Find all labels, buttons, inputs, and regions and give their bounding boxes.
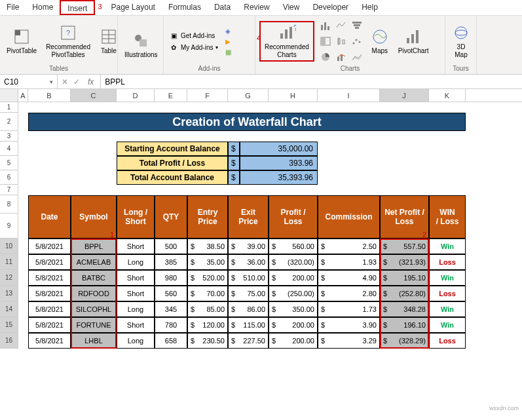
cell-pl[interactable]: $560.00: [269, 239, 318, 254]
tab-help[interactable]: Help: [355, 0, 384, 15]
cell-longshort[interactable]: Long: [117, 333, 155, 349]
cell-longshort[interactable]: Short: [117, 317, 155, 333]
cell-winloss[interactable]: Loss: [429, 286, 466, 301]
cell-symbol[interactable]: RDFOOD: [71, 286, 117, 301]
cell-date[interactable]: 5/8/2021: [28, 317, 71, 333]
cell-qty[interactable]: 658: [155, 333, 187, 349]
formula-input[interactable]: BPPL: [101, 75, 522, 88]
hierarchy-chart-button[interactable]: [318, 34, 333, 48]
cell-exit[interactable]: $115.00: [228, 317, 269, 333]
cell-qty[interactable]: 345: [155, 301, 187, 317]
row-header-16[interactable]: 16: [0, 333, 18, 349]
cell-date[interactable]: 5/8/2021: [28, 286, 71, 301]
cell-commission[interactable]: $1.93: [318, 254, 380, 270]
cell-longshort[interactable]: Long: [117, 301, 155, 317]
tab-file[interactable]: File: [0, 0, 26, 15]
column-chart-button[interactable]: [318, 18, 333, 33]
tab-page-layout[interactable]: Page Layout: [105, 0, 162, 15]
combo-chart-button[interactable]: [334, 50, 348, 64]
cell-winloss[interactable]: Win: [429, 239, 466, 254]
cell-exit[interactable]: $227.50: [228, 333, 269, 349]
cell-winloss[interactable]: Win: [429, 317, 466, 333]
row-header-14[interactable]: 14: [0, 301, 18, 317]
col-header-j[interactable]: J: [380, 89, 429, 102]
row-header-12[interactable]: 12: [0, 270, 18, 286]
cell-net[interactable]: $348.28: [380, 301, 429, 317]
cell-exit[interactable]: $86.00: [228, 301, 269, 317]
visio-icon[interactable]: ◈: [223, 26, 233, 35]
col-header-a[interactable]: A: [18, 89, 28, 102]
cell-winloss[interactable]: Loss: [429, 333, 466, 349]
cell-pl[interactable]: $200.00: [269, 270, 318, 286]
enter-icon[interactable]: ✓: [73, 77, 80, 86]
cell-date[interactable]: 5/8/2021: [28, 239, 71, 254]
col-header-d[interactable]: D: [117, 89, 155, 102]
people-icon[interactable]: ▦: [223, 47, 233, 56]
cell-net[interactable]: $557.50: [380, 239, 429, 254]
cell-symbol[interactable]: FORTUNE: [71, 317, 117, 333]
row-header-9[interactable]: 9: [0, 214, 18, 239]
cell-winloss[interactable]: Loss: [429, 254, 466, 270]
pivotchart-button[interactable]: PivotChart: [396, 26, 432, 56]
row-header-6[interactable]: 6: [0, 170, 18, 185]
cell-pl[interactable]: $(320.00): [269, 254, 318, 270]
col-header-f[interactable]: F: [187, 89, 228, 102]
cell-commission[interactable]: $4.90: [318, 270, 380, 286]
cell-commission[interactable]: $2.50: [318, 239, 380, 254]
cell-net[interactable]: $(252.80): [380, 286, 429, 301]
get-addins-button[interactable]: ▣Get Add-ins: [168, 30, 219, 41]
cell-date[interactable]: 5/8/2021: [28, 254, 71, 270]
row-header-4[interactable]: 4: [0, 142, 18, 156]
tab-view[interactable]: View: [276, 0, 307, 15]
cell-longshort[interactable]: Short: [117, 286, 155, 301]
scatter-chart-button[interactable]: [350, 34, 364, 48]
cell-longshort[interactable]: Short: [117, 239, 155, 254]
cell-qty[interactable]: 780: [155, 317, 187, 333]
cell-net[interactable]: $(328.29): [380, 333, 429, 349]
row-header-5[interactable]: 5: [0, 156, 18, 170]
row-header-7[interactable]: 7: [0, 185, 18, 195]
row-header-10[interactable]: 10: [0, 239, 18, 254]
cell-entry[interactable]: $520.00: [187, 270, 228, 286]
cell-pl[interactable]: $(250.00): [269, 286, 318, 301]
cell-commission[interactable]: $3.90: [318, 317, 380, 333]
pie-chart-button[interactable]: [318, 50, 333, 64]
cell-date[interactable]: 5/8/2021: [28, 333, 71, 349]
cell-entry[interactable]: $70.00: [187, 286, 228, 301]
bing-icon[interactable]: ▶: [223, 37, 233, 46]
cell-commission[interactable]: $1.73: [318, 301, 380, 317]
cell-qty[interactable]: 560: [155, 286, 187, 301]
cell-net[interactable]: $195.10: [380, 270, 429, 286]
cell-longshort[interactable]: Long: [117, 254, 155, 270]
cell-winloss[interactable]: Win: [429, 270, 466, 286]
recommended-charts-button[interactable]: ? Recommended Charts: [259, 21, 314, 62]
row-header-11[interactable]: 11: [0, 254, 18, 270]
row-header-3[interactable]: 3: [0, 131, 18, 142]
tab-review[interactable]: Review: [237, 0, 276, 15]
col-header-i[interactable]: I: [318, 89, 380, 102]
maps-button[interactable]: Maps: [368, 26, 392, 56]
recommended-pivottables-button[interactable]: ? Recommended PivotTables: [43, 22, 93, 60]
cell-date[interactable]: 5/8/2021: [28, 301, 71, 317]
cell-symbol[interactable]: ACMELAB: [71, 254, 117, 270]
surface-chart-button[interactable]: [350, 50, 364, 64]
cell-net[interactable]: $196.10: [380, 317, 429, 333]
3d-map-button[interactable]: 3D Map: [449, 22, 473, 60]
cancel-icon[interactable]: ✕: [62, 77, 68, 86]
col-header-k[interactable]: K: [429, 89, 466, 102]
cell-entry[interactable]: $35.00: [187, 254, 228, 270]
col-header-c[interactable]: C: [71, 89, 117, 102]
row-header-2[interactable]: 2: [0, 113, 18, 131]
funnel-chart-button[interactable]: [350, 18, 364, 33]
cell-commission[interactable]: $2.80: [318, 286, 380, 301]
my-addins-button[interactable]: ✿My Add-ins ▾: [168, 42, 219, 52]
cell-entry[interactable]: $38.50: [187, 239, 228, 254]
cell-exit[interactable]: $36.00: [228, 254, 269, 270]
cell-entry[interactable]: $85.00: [187, 301, 228, 317]
row-header-1[interactable]: 1: [0, 102, 18, 113]
cell-date[interactable]: 5/8/2021: [28, 270, 71, 286]
table-button[interactable]: Table: [97, 26, 121, 56]
cell-pl[interactable]: $200.00: [269, 317, 318, 333]
statistic-chart-button[interactable]: [334, 34, 348, 48]
cell-entry[interactable]: $120.00: [187, 317, 228, 333]
